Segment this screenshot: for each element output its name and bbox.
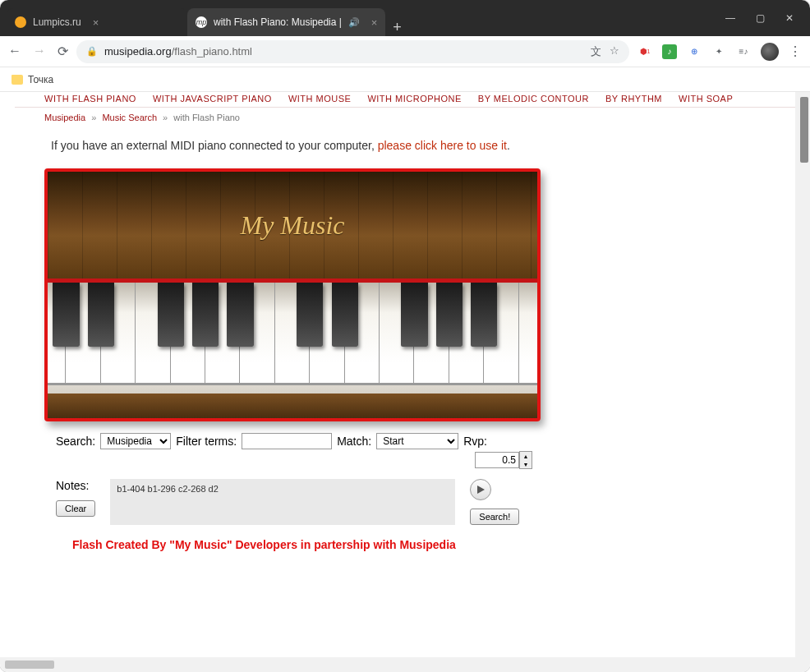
tab-title: Lumpics.ru	[33, 16, 81, 28]
filter-input[interactable]	[242, 433, 332, 449]
extensions-icon[interactable]: ✦	[711, 44, 726, 59]
menu-icon[interactable]: ⋮	[789, 44, 802, 59]
crumb-music-search[interactable]: Music Search	[102, 113, 157, 122]
piano-lid: My Music	[48, 172, 537, 278]
favicon-icon: mp	[196, 16, 207, 28]
titlebar: Lumpics.ru × mp with Flash Piano: Musipe…	[0, 0, 810, 36]
piano-front	[48, 394, 537, 418]
ext-music-icon[interactable]: ♪	[662, 44, 677, 59]
bookmarks-bar: Точка	[0, 67, 810, 92]
search-select[interactable]: Musipedia	[100, 433, 171, 449]
page-viewport: WITH FLASH PIANO WITH JAVASCRIPT PIANO W…	[0, 92, 810, 672]
close-icon[interactable]: ×	[371, 16, 378, 29]
rvp-input[interactable]	[475, 452, 519, 468]
match-select[interactable]: Start	[376, 433, 458, 449]
notes-row: Notes: Clear b1-404 b1-296 c2-268 d2 Sea…	[15, 471, 795, 532]
crumb-sep: »	[91, 113, 96, 122]
midi-link[interactable]: please click here to use it	[378, 139, 507, 152]
speaker-icon[interactable]: 🔊	[348, 17, 360, 28]
favicon-icon	[15, 16, 26, 28]
nav-melodic-contour[interactable]: BY MELODIC CONTOUR	[478, 94, 589, 104]
star-icon[interactable]: ☆	[610, 44, 619, 59]
ext-globe-icon[interactable]: ⊕	[687, 44, 702, 59]
piano-applet[interactable]: My Music	[44, 168, 541, 421]
browser-window: Lumpics.ru × mp with Flash Piano: Musipe…	[0, 0, 810, 672]
addr-right: 文 ☆	[591, 44, 619, 59]
piano-keys[interactable]	[48, 283, 537, 394]
play-button[interactable]	[470, 479, 491, 500]
credit-text: Flash Created By "My Music" Developers i…	[15, 532, 795, 551]
tab-lumpics[interactable]: Lumpics.ru ×	[7, 8, 187, 36]
crumb-sep: »	[163, 113, 168, 122]
tab-strip: Lumpics.ru × mp with Flash Piano: Musipe…	[7, 0, 715, 36]
filter-label: Filter terms:	[176, 435, 237, 448]
spinner-up-icon[interactable]: ▲	[520, 452, 532, 460]
lock-icon: 🔒	[86, 46, 98, 57]
notes-label: Notes:	[56, 479, 89, 492]
url-path: /flash_piano.html	[172, 45, 252, 58]
new-tab-button[interactable]: +	[385, 19, 408, 36]
maximize-icon[interactable]: ▢	[754, 12, 766, 24]
translate-icon[interactable]: 文	[591, 44, 601, 59]
tab-musipedia[interactable]: mp with Flash Piano: Musipedia | 🔊 ×	[187, 8, 385, 36]
forward-icon[interactable]: →	[33, 44, 46, 59]
intro-prefix: If you have an external MIDI piano conne…	[51, 139, 378, 152]
back-icon[interactable]: ←	[8, 44, 21, 59]
nav-mouse[interactable]: WITH MOUSE	[288, 94, 352, 104]
search-label: Search:	[56, 435, 95, 448]
toolbar: ← → ⟳ 🔒 musipedia.org/flash_piano.html 文…	[0, 36, 810, 67]
nav-flash-piano[interactable]: WITH FLASH PIANO	[44, 94, 136, 104]
nav-buttons: ← → ⟳	[8, 44, 68, 59]
url-text: musipedia.org/flash_piano.html	[104, 45, 584, 58]
nav-js-piano[interactable]: WITH JAVASCRIPT PIANO	[153, 94, 272, 104]
close-icon[interactable]: ×	[93, 16, 99, 29]
nav-rhythm[interactable]: BY RHYTHM	[605, 94, 662, 104]
piano: My Music	[48, 172, 537, 418]
reading-list-icon[interactable]: ≡♪	[736, 44, 751, 59]
window-controls: — ▢ ✕	[715, 0, 810, 36]
match-label: Match:	[337, 435, 371, 448]
crumb-musipedia[interactable]: Musipedia	[44, 113, 85, 122]
vertical-scrollbar[interactable]	[795, 92, 810, 657]
close-window-icon[interactable]: ✕	[784, 12, 795, 24]
rvp-label: Rvp:	[463, 435, 487, 448]
tab-title: with Flash Piano: Musipedia |	[214, 16, 342, 28]
scroll-thumb[interactable]	[5, 660, 54, 669]
ext-adblock-icon[interactable]: ⬢1	[637, 44, 652, 59]
piano-brand-label: My Music	[240, 210, 344, 241]
nav-microphone[interactable]: WITH MICROPHONE	[367, 94, 461, 104]
play-icon	[476, 486, 485, 494]
spinner-down-icon[interactable]: ▼	[520, 460, 532, 468]
clear-button[interactable]: Clear	[56, 500, 95, 517]
rvp-row: ▲ ▼	[15, 451, 795, 471]
intro-suffix: .	[507, 139, 510, 152]
svg-marker-0	[477, 486, 485, 494]
notes-display: b1-404 b1-296 c2-268 d2	[110, 479, 455, 525]
nav-soap[interactable]: WITH SOAP	[679, 94, 733, 104]
extensions: ⬢1 ♪ ⊕ ✦ ≡♪ ⋮	[637, 43, 802, 61]
rvp-spinner: ▲ ▼	[519, 451, 532, 469]
avatar[interactable]	[761, 43, 779, 61]
intro-text: If you have an external MIDI piano conne…	[15, 131, 795, 168]
address-bar[interactable]: 🔒 musipedia.org/flash_piano.html 文 ☆	[76, 40, 629, 63]
scroll-thumb[interactable]	[800, 97, 808, 163]
reload-icon[interactable]: ⟳	[58, 44, 68, 59]
search-button[interactable]: Search!	[470, 509, 519, 525]
search-form-row: Search: Musipedia Filter terms: Match: S…	[15, 430, 795, 451]
folder-icon	[12, 75, 23, 85]
crumb-current: with Flash Piano	[173, 113, 240, 122]
url-domain: musipedia.org	[104, 45, 172, 58]
minimize-icon[interactable]: —	[725, 12, 736, 24]
bookmark-item[interactable]: Точка	[28, 74, 53, 85]
horizontal-scrollbar[interactable]	[0, 657, 810, 672]
breadcrumb: Musipedia » Music Search » with Flash Pi…	[15, 108, 795, 131]
top-nav: WITH FLASH PIANO WITH JAVASCRIPT PIANO W…	[15, 92, 795, 108]
